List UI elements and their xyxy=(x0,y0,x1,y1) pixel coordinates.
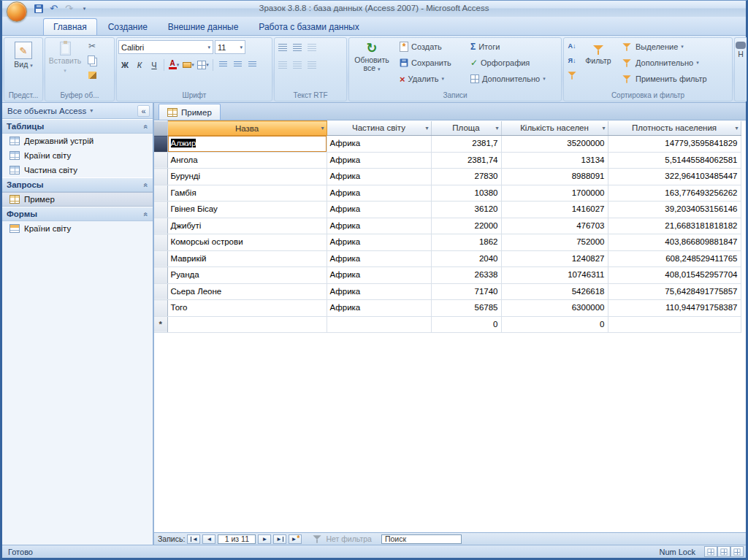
save-button[interactable] xyxy=(31,2,45,15)
cell[interactable]: 2381,7 xyxy=(431,136,501,153)
row-selector[interactable] xyxy=(154,136,167,153)
nav-section-header[interactable]: Запросы« xyxy=(2,177,153,192)
search-input[interactable]: Поиск xyxy=(381,534,462,544)
row-selector[interactable] xyxy=(154,218,167,234)
column-header[interactable]: Кількість населен▾ xyxy=(501,121,608,136)
select-all-corner[interactable] xyxy=(154,121,167,136)
column-header[interactable]: Площа▾ xyxy=(431,121,501,136)
row-selector[interactable] xyxy=(154,234,167,251)
cell[interactable]: 403,866809881847 xyxy=(608,234,741,251)
cell[interactable]: 2040 xyxy=(431,250,501,267)
underline-button[interactable]: Ч xyxy=(148,58,161,72)
column-header[interactable]: Плотность населения▾ xyxy=(608,121,741,136)
nav-section-header[interactable]: Формы« xyxy=(2,207,153,221)
cell[interactable]: Африка xyxy=(327,185,431,202)
cell[interactable] xyxy=(327,316,431,333)
cell[interactable]: 10380 xyxy=(431,185,501,202)
bold-button[interactable]: Ж xyxy=(118,58,131,72)
pivot-view-button[interactable] xyxy=(717,546,730,557)
cell[interactable]: 1240827 xyxy=(501,250,608,267)
refresh-all-button[interactable]: ↻ Обновить все ▾ xyxy=(351,39,393,74)
column-header[interactable]: Частина світу▾ xyxy=(327,121,431,136)
ribbon-tab[interactable]: Внешние данные xyxy=(159,19,248,35)
column-dropdown-icon[interactable]: ▾ xyxy=(495,125,498,131)
cell[interactable]: Гвінея Бісау xyxy=(167,202,327,218)
cell[interactable]: Сьера Леоне xyxy=(167,283,327,300)
font-size-select[interactable]: 11 ▾ xyxy=(215,40,245,54)
nav-item[interactable]: Державний устрій xyxy=(2,134,153,148)
row-selector[interactable] xyxy=(154,283,167,300)
nav-pane-header[interactable]: Все объекты Access ▾ « xyxy=(2,103,153,119)
column-header[interactable]: Назва▾ xyxy=(167,121,327,136)
document-tab[interactable]: Пример xyxy=(159,104,221,120)
italic-button[interactable]: К xyxy=(133,58,146,72)
cell[interactable]: 110,944791758387 xyxy=(608,300,741,317)
cell[interactable]: Джибуті xyxy=(167,218,327,234)
cell[interactable]: 1700000 xyxy=(501,185,608,202)
cell[interactable]: 8988091 xyxy=(501,169,608,185)
cell[interactable]: Маврикій xyxy=(167,250,327,267)
cell[interactable]: 408,015452957704 xyxy=(608,267,741,284)
cell[interactable]: Африка xyxy=(327,267,431,284)
nav-item[interactable]: Частина світу xyxy=(2,163,153,177)
numbering-button[interactable] xyxy=(291,41,304,54)
new-record-button[interactable]: *Создать xyxy=(397,39,464,54)
cell[interactable]: Африка xyxy=(327,169,431,185)
column-dropdown-icon[interactable]: ▾ xyxy=(735,125,738,131)
find-button[interactable]: Н xyxy=(736,39,746,59)
cell[interactable]: 0 xyxy=(501,316,608,333)
align-center-button[interactable] xyxy=(231,58,244,72)
paste-button[interactable]: Вставить ▾ xyxy=(47,39,83,75)
cell[interactable]: 608,248529411765 xyxy=(608,250,741,267)
row-selector[interactable] xyxy=(154,185,167,202)
cell[interactable]: Гамбія xyxy=(167,185,327,202)
cell[interactable] xyxy=(167,316,327,333)
cell[interactable]: Бурунді xyxy=(167,169,327,185)
undo-button[interactable]: ↶ xyxy=(47,2,61,15)
new-row-selector[interactable]: * xyxy=(154,316,167,333)
increase-indent-button[interactable] xyxy=(276,58,289,72)
totals-button[interactable]: ΣИтоги xyxy=(468,39,557,54)
design-view-button[interactable] xyxy=(730,546,744,557)
cell[interactable]: 6300000 xyxy=(501,300,608,317)
cell[interactable]: 35200000 xyxy=(501,136,608,153)
cut-button[interactable]: ✂ xyxy=(85,39,99,53)
cell[interactable]: 27830 xyxy=(431,169,501,185)
advanced-filter-button[interactable]: Дополнительно▾ xyxy=(618,55,711,70)
formatting-marks-button[interactable] xyxy=(305,58,318,72)
delete-record-button[interactable]: ×Удалить▾ xyxy=(397,72,464,86)
new-blank-record-button[interactable]: ►* xyxy=(289,534,302,544)
cell[interactable]: Ангола xyxy=(167,152,327,169)
view-button[interactable]: ✎ Вид ▾ xyxy=(6,39,41,70)
font-name-select[interactable]: Calibri ▾ xyxy=(118,40,213,54)
cell[interactable]: Африка xyxy=(327,136,431,153)
column-dropdown-icon[interactable]: ▾ xyxy=(425,125,428,131)
row-selector[interactable] xyxy=(154,267,167,284)
spelling-button[interactable]: ✓Орфография xyxy=(468,55,557,70)
cell[interactable]: 752000 xyxy=(501,234,608,251)
cell[interactable]: 56785 xyxy=(431,300,501,317)
cell[interactable]: Коморські острови xyxy=(167,234,327,251)
cell[interactable]: 1416027 xyxy=(501,202,608,218)
cell[interactable]: 21,6683181818182 xyxy=(608,218,741,234)
format-painter-button[interactable] xyxy=(85,69,99,82)
cell[interactable]: 14779,3595841829 xyxy=(608,136,741,153)
cell[interactable] xyxy=(608,316,741,333)
filter-button[interactable]: Фильтр xyxy=(581,39,615,66)
nav-item[interactable]: Країни світу xyxy=(2,148,153,163)
cell[interactable]: 2381,74 xyxy=(431,152,501,169)
row-selector[interactable] xyxy=(154,300,167,317)
clear-sort-button[interactable] xyxy=(565,69,579,82)
cell[interactable]: Африка xyxy=(327,234,431,251)
cell[interactable]: 71740 xyxy=(431,283,501,300)
last-record-button[interactable]: ► xyxy=(273,534,286,544)
cell[interactable]: Африка xyxy=(327,218,431,234)
cell[interactable]: 22000 xyxy=(431,218,501,234)
cell[interactable]: 322,964103485447 xyxy=(608,169,741,185)
cell[interactable]: Африка xyxy=(327,300,431,317)
cell[interactable]: 39,2034053156146 xyxy=(608,202,741,218)
cell[interactable]: 0 xyxy=(431,316,501,333)
cell[interactable]: 26338 xyxy=(431,267,501,284)
cell[interactable]: Африка xyxy=(327,152,431,169)
toggle-filter-button[interactable]: Применить фильтр xyxy=(618,72,711,86)
